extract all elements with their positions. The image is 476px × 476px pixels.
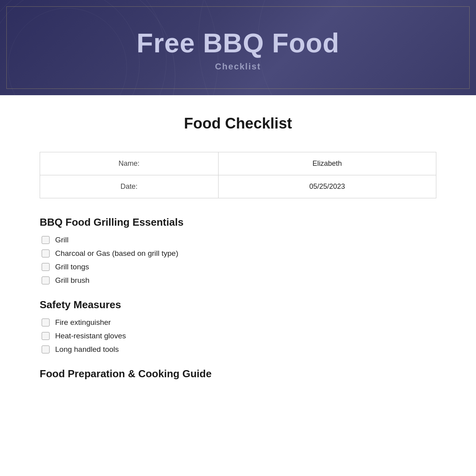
checklist-item-label: Long handled tools [55, 345, 119, 354]
checklist-item-label: Grill tongs [55, 263, 89, 271]
checkbox-icon[interactable] [42, 236, 50, 244]
info-value: Elizabeth [218, 152, 436, 175]
checklist-item-label: Heat-resistant gloves [55, 332, 126, 340]
checklist: Fire extinguisher Heat-resistant gloves … [40, 318, 436, 354]
checklist: Grill Charcoal or Gas (based on grill ty… [40, 236, 436, 285]
info-table-row: Date: 05/25/2023 [40, 175, 436, 198]
section-heading: Food Preparation & Cooking Guide [40, 368, 436, 380]
checkbox-icon[interactable] [42, 263, 50, 271]
info-table-row: Name: Elizabeth [40, 152, 436, 175]
checklist-item: Grill brush [42, 276, 436, 285]
page-header: Free BBQ Food Checklist [0, 0, 476, 95]
section-grilling-essentials: BBQ Food Grilling Essentials Grill Charc… [40, 216, 436, 285]
checkbox-icon[interactable] [42, 319, 50, 326]
checklist-item: Grill tongs [42, 263, 436, 271]
checklist-item: Charcoal or Gas (based on grill type) [42, 249, 436, 258]
section-heading: BBQ Food Grilling Essentials [40, 216, 436, 228]
header-subtitle: Checklist [215, 61, 261, 72]
checklist-item-label: Fire extinguisher [55, 318, 111, 327]
checklist-item-label: Grill brush [55, 276, 90, 285]
checklist-item: Fire extinguisher [42, 318, 436, 327]
section-safety-measures: Safety Measures Fire extinguisher Heat-r… [40, 299, 436, 354]
main-content: Food Checklist Name: Elizabeth Date: 05/… [0, 95, 476, 411]
checklist-item: Long handled tools [42, 345, 436, 354]
header-title: Free BBQ Food [136, 27, 340, 58]
checkbox-icon[interactable] [42, 276, 50, 284]
checkbox-icon[interactable] [42, 250, 50, 257]
checklist-item-label: Grill [55, 236, 69, 244]
info-value: 05/25/2023 [218, 175, 436, 198]
checklist-item-label: Charcoal or Gas (based on grill type) [55, 249, 178, 258]
checklist-item: Grill [42, 236, 436, 244]
section-heading: Safety Measures [40, 299, 436, 311]
section-food-prep: Food Preparation & Cooking Guide [40, 368, 436, 380]
checkbox-icon[interactable] [42, 345, 50, 353]
info-table: Name: Elizabeth Date: 05/25/2023 [40, 152, 436, 198]
checkbox-icon[interactable] [42, 332, 50, 340]
checklist-item: Heat-resistant gloves [42, 332, 436, 340]
info-label: Name: [40, 152, 219, 175]
info-label: Date: [40, 175, 219, 198]
page-title: Food Checklist [40, 115, 436, 132]
